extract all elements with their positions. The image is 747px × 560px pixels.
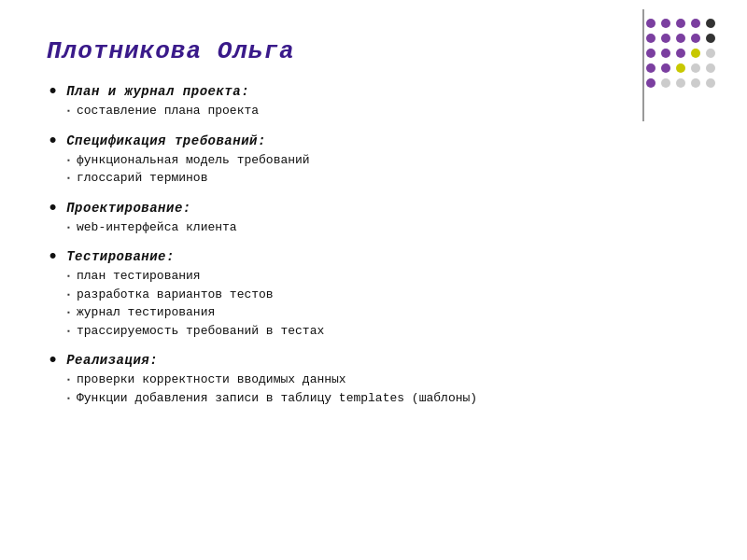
sub-text-1-0: функциональная модель требований [77, 151, 310, 170]
dot-0 [646, 19, 655, 28]
dot-9 [706, 34, 715, 43]
sub-item-1-0: ▪функциональная модель требований [66, 151, 700, 170]
main-item-title-2: Проектирование: [66, 201, 700, 216]
main-bullet-3: • [47, 247, 59, 268]
sub-bullet-1-1: ▪ [66, 173, 71, 184]
dot-20 [646, 78, 655, 88]
dot-24 [706, 78, 715, 88]
sub-bullet-3-3: ▪ [66, 326, 71, 337]
sub-bullet-3-2: ▪ [66, 307, 71, 318]
sub-item-3-0: ▪план тестирования [66, 267, 700, 286]
sub-text-3-2: журнал тестирования [77, 303, 215, 322]
sub-item-3-2: ▪журнал тестирования [66, 303, 700, 322]
sub-bullet-2-0: ▪ [66, 222, 71, 233]
main-bullet-1: • [47, 132, 59, 152]
dot-12 [676, 49, 685, 58]
dot-17 [676, 63, 685, 73]
sub-item-4-1: ▪Функции добавления записи в таблицу tem… [66, 389, 700, 408]
main-item-content-2: Проектирование:▪web-интерфейса клиента [66, 201, 700, 237]
dot-18 [691, 63, 700, 73]
sub-list-3: ▪план тестирования▪разработка вариантов … [66, 267, 700, 340]
sub-text-4-0: проверки корректности вводимых данных [77, 371, 346, 389]
page: Плотникова Ольга •План и журнал проекта:… [0, 0, 747, 560]
sub-text-3-3: трассируемость требований в тестах [77, 322, 324, 341]
sub-list-0: ▪составление плана проекта [66, 102, 700, 120]
list-item-3: •Тестирование:▪план тестирования▪разрабо… [47, 249, 700, 340]
sub-text-4-1: Функции добавления записи в таблицу temp… [77, 389, 477, 408]
dot-11 [661, 49, 670, 58]
dot-15 [646, 63, 655, 73]
dot-1 [661, 19, 670, 28]
dot-4 [706, 19, 715, 28]
dot-22 [676, 78, 685, 88]
sub-item-2-0: ▪web-интерфейса клиента [66, 218, 700, 237]
sub-text-3-0: план тестирования [77, 267, 201, 286]
sub-text-3-1: разработка вариантов тестов [77, 286, 274, 304]
list-item-0: •План и журнал проекта:▪составление план… [47, 84, 700, 120]
main-item-title-1: Спецификация требований: [66, 133, 700, 148]
dot-2 [676, 19, 685, 28]
sub-list-4: ▪проверки корректности вводимых данных▪Ф… [66, 371, 700, 407]
sub-item-3-3: ▪трассируемость требований в тестах [66, 322, 700, 341]
sub-bullet-1-0: ▪ [66, 155, 71, 166]
sub-list-1: ▪функциональная модель требований▪глосса… [66, 151, 700, 188]
dot-14 [706, 49, 715, 58]
dot-5 [646, 34, 655, 43]
dot-21 [661, 78, 670, 88]
main-item-content-3: Тестирование:▪план тестирования▪разработ… [66, 249, 700, 340]
sub-item-3-1: ▪разработка вариантов тестов [66, 286, 700, 304]
vertical-separator [642, 9, 644, 121]
sub-bullet-0-0: ▪ [66, 105, 71, 117]
dot-16 [661, 63, 670, 73]
sub-list-2: ▪web-интерфейса клиента [66, 218, 700, 237]
main-item-title-3: Тестирование: [66, 249, 700, 264]
sub-bullet-3-1: ▪ [66, 289, 71, 301]
page-title: Плотникова Ольга [47, 37, 700, 65]
dot-10 [646, 49, 655, 58]
dot-6 [661, 34, 670, 43]
sub-text-2-0: web-интерфейса клиента [77, 218, 237, 237]
main-content: •План и журнал проекта:▪составление план… [47, 84, 700, 407]
dot-3 [691, 19, 700, 28]
dot-23 [691, 78, 700, 88]
main-item-content-0: План и журнал проекта:▪составление плана… [66, 84, 700, 120]
sub-bullet-4-1: ▪ [66, 393, 71, 404]
dot-8 [691, 34, 700, 43]
list-item-1: •Спецификация требований:▪функциональная… [47, 133, 700, 188]
main-bullet-4: • [47, 351, 59, 371]
list-item-2: •Проектирование:▪web-интерфейса клиента [47, 201, 700, 237]
sub-text-0-0: составление плана проекта [77, 102, 259, 120]
sub-text-1-1: глоссарий терминов [77, 169, 207, 188]
sub-bullet-3-0: ▪ [66, 271, 71, 282]
main-bullet-2: • [47, 199, 59, 219]
dot-7 [676, 34, 685, 43]
dot-13 [691, 49, 700, 58]
sub-item-4-0: ▪проверки корректности вводимых данных [66, 371, 700, 389]
main-list: •План и журнал проекта:▪составление план… [47, 84, 700, 407]
main-item-title-4: Реализация: [66, 353, 700, 368]
dots-decoration [646, 19, 719, 91]
main-item-content-4: Реализация:▪проверки корректности вводим… [66, 353, 700, 407]
main-item-content-1: Спецификация требований:▪функциональная … [66, 133, 700, 188]
sub-bullet-4-0: ▪ [66, 374, 71, 385]
dot-19 [706, 63, 715, 73]
main-bullet-0: • [47, 82, 59, 103]
sub-item-0-0: ▪составление плана проекта [66, 102, 700, 120]
main-item-title-0: План и журнал проекта: [66, 84, 700, 99]
sub-item-1-1: ▪глоссарий терминов [66, 169, 700, 188]
list-item-4: •Реализация:▪проверки корректности вводи… [47, 353, 700, 407]
